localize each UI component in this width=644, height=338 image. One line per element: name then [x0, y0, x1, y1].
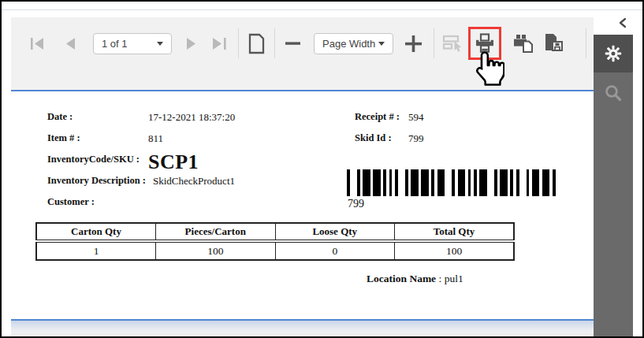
table-cell: 100 [156, 241, 276, 260]
field-label: Inventory Description : [47, 175, 153, 187]
next-page-icon [186, 37, 198, 50]
field-label: Item # : [47, 132, 148, 144]
print-page-icon [512, 33, 534, 54]
table-header-row: Carton Qty Pieces/Carton Loose Qty Total… [36, 223, 514, 241]
toolbar-separator [586, 28, 586, 58]
quantity-table: Carton Qty Pieces/Carton Loose Qty Total… [35, 222, 515, 261]
settings-gear-icon [604, 44, 623, 63]
field-label: Date : [47, 111, 148, 123]
last-page-icon [212, 37, 227, 50]
next-page-button[interactable] [186, 37, 198, 50]
column-header: Carton Qty [36, 223, 156, 241]
previous-page-button[interactable] [64, 37, 76, 50]
zoom-out-button[interactable] [285, 35, 301, 51]
first-page-icon [30, 37, 45, 50]
settings-tab[interactable] [594, 35, 633, 72]
last-page-button[interactable] [212, 37, 227, 50]
column-header: Pieces/Carton [156, 223, 276, 241]
barcode [347, 169, 558, 196]
toolbar-separator [434, 28, 434, 58]
zoom-in-button[interactable] [404, 35, 423, 53]
field-label: Receipt # : [355, 111, 408, 123]
print-highlight-box [468, 27, 501, 60]
side-panel [594, 10, 633, 338]
location-name: Location Name : pul1 [367, 273, 463, 285]
print-icon [474, 32, 496, 54]
viewer-toolbar: 1 of 1 Page Width [11, 17, 594, 91]
barcode-text: 799 [348, 198, 364, 210]
table-cell: 100 [395, 241, 515, 260]
table-row: 1 100 0 100 [36, 241, 514, 260]
report-viewer-window: 1 of 1 Page Width [0, 0, 644, 338]
field-value: 799 [408, 132, 424, 145]
export-button[interactable] [544, 33, 569, 54]
toolbar-separator [274, 28, 275, 58]
field-value: 17-12-2021 18:37:20 [148, 111, 235, 124]
field-label: Customer : [47, 196, 148, 208]
column-header: Total Qty [395, 223, 515, 241]
collapse-chevron-icon [618, 17, 627, 28]
status-bar [11, 319, 594, 338]
sku-value: SCP1 [148, 150, 199, 174]
report-fields-right: Receipt # : 594 Skid Id : 799 [355, 111, 424, 154]
field-value: 811 [148, 132, 163, 145]
field-label: InventoryCode/SKU : [47, 154, 148, 165]
location-value: pul1 [445, 273, 463, 284]
zoom-out-icon [285, 35, 301, 51]
collapse-panel-button[interactable] [594, 10, 633, 35]
report-page: Date : 17-12-2021 18:37:20 Item # : 811 … [11, 93, 594, 319]
editing-fields-button[interactable] [442, 34, 463, 54]
search-icon[interactable] [603, 83, 624, 103]
first-page-button[interactable] [30, 37, 45, 50]
zoom-level-select[interactable]: Page Width [314, 33, 393, 54]
field-label: Skid Id : [355, 132, 408, 144]
page-number-value: 1 of 1 [102, 38, 128, 50]
field-value: SkidCheckProduct1 [153, 175, 235, 188]
page-view-button[interactable] [247, 33, 266, 54]
table-cell: 1 [36, 241, 156, 260]
zoom-in-icon [404, 35, 423, 53]
toolbar-separator [238, 28, 239, 58]
table-cell: 0 [275, 241, 395, 260]
top-divider [2, 9, 642, 10]
field-value: 594 [408, 111, 424, 124]
column-header: Loose Qty [275, 223, 395, 241]
zoom-level-value: Page Width [322, 38, 375, 50]
chevron-down-icon [157, 42, 163, 46]
page-number-select[interactable]: 1 of 1 [93, 33, 172, 54]
chevron-down-icon [378, 42, 385, 46]
report-fields-left: Date : 17-12-2021 18:37:20 Item # : 811 … [47, 111, 235, 217]
single-page-view-icon [247, 33, 266, 54]
location-separator: : [436, 273, 445, 284]
print-button[interactable] [474, 32, 496, 54]
export-icon [544, 33, 564, 54]
side-panel-body [594, 72, 633, 338]
location-label: Location Name [367, 273, 436, 284]
editing-fields-icon [442, 34, 463, 54]
print-page-button[interactable] [512, 33, 534, 54]
previous-page-icon [64, 37, 76, 50]
